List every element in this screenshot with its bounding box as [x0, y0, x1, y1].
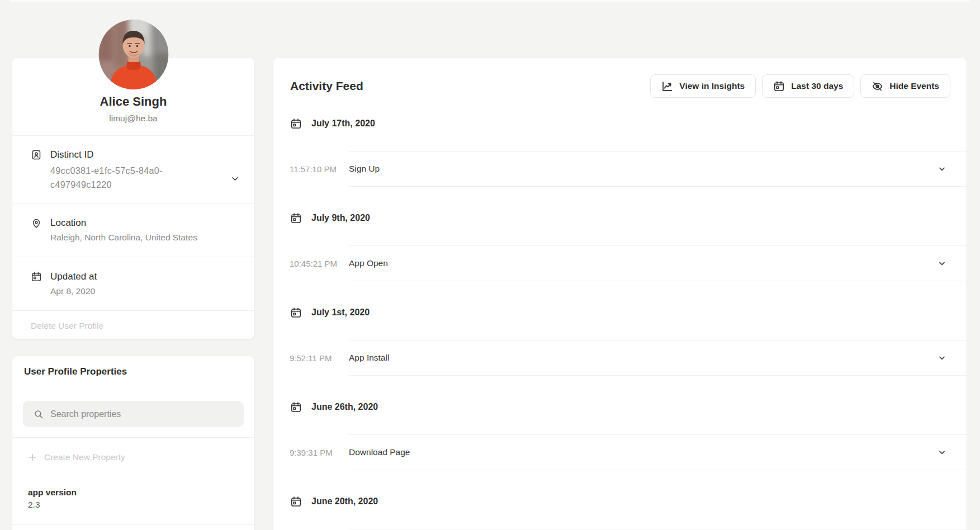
feed-date-header: June 20th, 2020 [290, 492, 967, 511]
updated-at-label: Updated at [50, 271, 228, 283]
distinct-id-value-line2: c497949c1220 [50, 180, 112, 190]
feed-date-label: July 9th, 2020 [311, 213, 370, 223]
activity-feed-actions: View in Insights Last 30 days Hide Event… [650, 74, 950, 98]
feed-date-group: June 26th, 2020 9:39:31 PM Download Page [273, 397, 967, 470]
activity-feed-list: July 17th, 2020 11:57:10 PM Sign Up July… [273, 114, 967, 529]
feed-date-group: July 9th, 2020 10:45:21 PM App Open [273, 209, 967, 281]
property-item[interactable]: app version 2.3 [12, 486, 254, 511]
profile-email: limuj@he.ba [21, 113, 245, 124]
feed-date-header: July 9th, 2020 [290, 209, 967, 228]
feed-date-group: July 1st, 2020 9:52:11 PM App Install [273, 303, 967, 376]
chevron-down-icon[interactable] [938, 448, 946, 457]
divider [349, 281, 967, 281]
divider [349, 375, 967, 376]
event-row[interactable]: 9:52:11 PM App Install [273, 340, 967, 375]
eye-off-icon [872, 81, 883, 92]
create-new-property-label: Create New Property [44, 451, 125, 463]
event-time: 11:57:10 PM [290, 164, 337, 174]
hide-events-button[interactable]: Hide Events [860, 74, 950, 98]
event-time: 10:45:21 PM [290, 259, 337, 268]
location-pin-icon [31, 217, 42, 229]
distinct-id-value-line1: 49cc0381-e1fc-57c5-84a0- [50, 166, 163, 176]
calendar-icon [31, 271, 42, 282]
delete-user-profile-row: Delete User Profile [12, 311, 254, 342]
last-30-days-button[interactable]: Last 30 days [762, 74, 854, 98]
feed-date-group: July 17th, 2020 11:57:10 PM Sign Up [273, 114, 967, 187]
chevron-down-icon[interactable] [230, 174, 240, 183]
user-profile-properties-card: User Profile Properties Create New Prope… [12, 356, 254, 530]
event-time: 9:39:31 PM [290, 448, 333, 457]
top-edge-white-sliver [10, 0, 970, 2]
create-new-property-button[interactable]: Create New Property [12, 438, 254, 463]
feed-date-label: July 1st, 2020 [311, 307, 370, 318]
event-name: App Open [349, 258, 388, 268]
plus-icon [28, 453, 37, 462]
properties-title: User Profile Properties [12, 356, 254, 386]
event-name: App Install [349, 353, 389, 363]
divider [349, 470, 967, 470]
user-profile-card: Alice Singh limuj@he.ba Distinct ID 49cc… [12, 58, 254, 339]
divider [349, 186, 967, 187]
location-row: Location Raleigh, North Carolina, United… [12, 204, 254, 257]
calendar-icon [290, 307, 302, 319]
id-card-icon [31, 149, 42, 160]
activity-feed-title: Activity Feed [290, 79, 363, 93]
feed-date-header: June 26th, 2020 [290, 397, 967, 417]
calendar-icon [290, 401, 302, 413]
feed-date-label: July 17th, 2020 [311, 119, 375, 129]
feed-date-header: July 17th, 2020 [290, 114, 967, 133]
search-icon [34, 409, 44, 419]
event-name: Download Page [349, 447, 410, 457]
event-name: Sign Up [349, 164, 380, 174]
view-in-insights-button[interactable]: View in Insights [650, 74, 756, 98]
profile-name: Alice Singh [21, 94, 245, 110]
divider [349, 529, 967, 529]
location-label: Location [50, 217, 228, 229]
feed-date-label: June 26th, 2020 [311, 402, 378, 412]
feed-date-label: June 20th, 2020 [311, 496, 378, 507]
calendar-icon [290, 118, 302, 130]
distinct-id-value: 49cc0381-e1fc-57c5-84a0- c497949c1220 [50, 164, 228, 192]
last-30-days-label: Last 30 days [791, 81, 843, 91]
feed-date-group: June 20th, 2020 [273, 492, 967, 529]
location-value: Raleigh, North Carolina, United States [50, 231, 228, 243]
chevron-down-icon[interactable] [938, 164, 946, 173]
event-row[interactable]: 11:57:10 PM Sign Up [273, 152, 967, 186]
chevron-down-icon[interactable] [938, 259, 946, 268]
event-row[interactable]: 10:45:21 PM App Open [273, 246, 967, 281]
updated-at-value: Apr 8, 2020 [50, 285, 228, 297]
event-row[interactable]: 9:39:31 PM Download Page [273, 435, 967, 470]
calendar-icon [290, 496, 302, 508]
search-properties-input[interactable] [50, 401, 244, 427]
property-name: app version [28, 486, 254, 499]
calendar-icon [773, 81, 785, 92]
hide-events-label: Hide Events [889, 81, 939, 91]
divider [12, 524, 254, 525]
event-time: 9:52:11 PM [290, 353, 332, 363]
calendar-icon [290, 212, 302, 224]
property-value: 2.3 [28, 499, 254, 511]
view-in-insights-label: View in Insights [679, 81, 745, 91]
activity-feed-card: Activity Feed View in Insights Last 30 d… [273, 58, 967, 530]
delete-user-profile-button[interactable]: Delete User Profile [31, 321, 103, 330]
updated-at-row: Updated at Apr 8, 2020 [12, 257, 254, 311]
chevron-down-icon[interactable] [938, 353, 946, 362]
search-properties-box[interactable] [23, 401, 244, 427]
avatar [98, 20, 168, 89]
feed-date-header: July 1st, 2020 [290, 303, 967, 322]
line-chart-icon [661, 81, 673, 92]
distinct-id-row: Distinct ID 49cc0381-e1fc-57c5-84a0- c49… [12, 136, 254, 204]
distinct-id-label: Distinct ID [50, 149, 228, 161]
